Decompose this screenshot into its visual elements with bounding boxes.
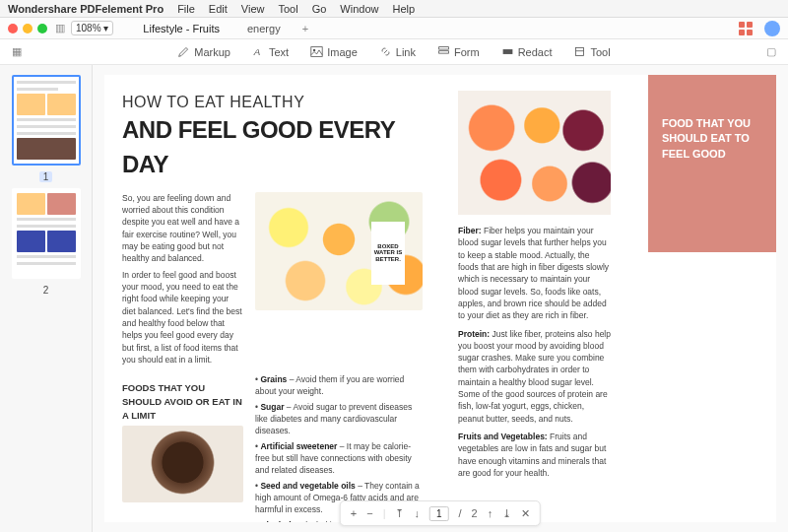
thumbnail-sidebar: 1 2 <box>0 65 93 532</box>
page-number-1: 1 <box>39 171 53 182</box>
close-icon[interactable] <box>8 24 18 33</box>
zoom-in-button[interactable]: + <box>351 507 357 519</box>
tab-energy[interactable]: energy <box>241 21 287 36</box>
add-tab-button[interactable]: + <box>302 23 308 34</box>
menu-file[interactable]: File <box>177 3 195 15</box>
close-pager-button[interactable]: ✕ <box>521 507 530 520</box>
page2-pink-callout: FOOD THAT YOU SHOULD EAT TO FEEL GOOD <box>648 75 776 252</box>
current-page-input[interactable]: 1 <box>429 506 449 521</box>
page-number-2: 2 <box>39 285 53 296</box>
zoom-out-button[interactable]: − <box>366 507 372 519</box>
next-page-button[interactable]: ↑ <box>488 507 493 519</box>
menu-view[interactable]: View <box>241 3 265 15</box>
svg-text:A: A <box>253 46 261 57</box>
bullet-artificial-sweetener: • Artificial sweetener – It may be calor… <box>255 440 423 477</box>
first-page-button[interactable]: ⤒ <box>395 507 404 520</box>
menu-go[interactable]: Go <box>312 3 327 15</box>
coffee-image <box>122 426 243 502</box>
svg-rect-6 <box>576 47 584 55</box>
tool-image[interactable]: Image <box>310 45 358 58</box>
tool-text[interactable]: AText <box>252 45 289 58</box>
menu-edit[interactable]: Edit <box>209 3 228 15</box>
page-navigation-bar: + − | ⤒ ↓ 1 / 2 ↑ ⤓ ✕ <box>340 500 541 526</box>
window-titlebar: ▥ 108% ▾ Lifestyle - Fruits energy + <box>0 18 788 39</box>
menu-help[interactable]: Help <box>392 3 415 15</box>
page1-kicker: HOW TO EAT HEALTHY <box>122 91 423 113</box>
maximize-icon[interactable] <box>37 24 47 33</box>
macos-menubar: Wondershare PDFelement Pro File Edit Vie… <box>0 0 788 18</box>
panel-toggle-icon[interactable]: ▢ <box>766 45 776 58</box>
paragraph-fiber: Fiber: Fiber helps you maintain your blo… <box>458 225 611 322</box>
svg-rect-3 <box>439 47 449 49</box>
document-tabs: Lifestyle - Fruits energy + <box>137 21 308 36</box>
tool-tool[interactable]: Tool <box>573 45 610 58</box>
prev-page-button[interactable]: ↓ <box>414 507 420 519</box>
bullet-grains: • Grains – Avoid them if you are worried… <box>255 373 423 398</box>
paragraph-protein: Protein: Just like fiber, proteins also … <box>458 328 611 426</box>
last-page-button[interactable]: ⤓ <box>502 507 511 520</box>
menu-tool[interactable]: Tool <box>278 3 297 15</box>
page1-intro2: In order to feel good and boost your moo… <box>122 269 243 366</box>
tab-lifestyle-fruits[interactable]: Lifestyle - Fruits <box>137 21 226 36</box>
thumbnails-icon[interactable]: ▦ <box>12 45 22 58</box>
minimize-icon[interactable] <box>23 24 33 33</box>
tool-markup[interactable]: Markup <box>177 45 230 58</box>
page-thumb-2[interactable] <box>12 188 81 279</box>
bullet-sugar: • Sugar – Avoid sugar to prevent disease… <box>255 401 423 437</box>
page1-subhead-avoid: FOODS THAT YOU SHOULD AVOID OR EAT IN A … <box>122 381 243 422</box>
citrus-image: BOXED WATER IS BETTER. <box>255 192 423 310</box>
zoom-select[interactable]: 108% ▾ <box>71 21 113 35</box>
svg-rect-5 <box>502 49 512 54</box>
page1-intro1: So, you are feeling down and worried abo… <box>122 192 243 265</box>
app-name: Wondershare PDFelement Pro <box>8 3 164 15</box>
svg-point-2 <box>313 49 315 51</box>
page1-title: AND FEEL GOOD EVERY DAY <box>122 113 423 182</box>
page-2: FOOD THAT YOU SHOULD EAT TO FEEL GOOD Fi… <box>440 75 776 522</box>
tool-redact[interactable]: Redact <box>501 45 553 58</box>
editor-toolbar: ▦ Markup AText Image Link Form Redact To… <box>0 39 788 65</box>
grapefruit-image <box>458 91 611 215</box>
page-sep: / <box>459 507 462 519</box>
boxed-water-label: BOXED WATER IS BETTER. <box>371 222 405 285</box>
sidebar-toggle-icon[interactable]: ▥ <box>55 22 65 34</box>
svg-rect-4 <box>439 51 449 53</box>
paragraph-fruits-veg: Fruits and Vegetables: Fruits and vegeta… <box>458 431 611 479</box>
page-1: HOW TO EAT HEALTHY AND FEEL GOOD EVERY D… <box>104 75 440 522</box>
user-avatar[interactable] <box>764 21 780 36</box>
tool-form[interactable]: Form <box>437 45 480 58</box>
window-controls <box>8 24 47 33</box>
tool-link[interactable]: Link <box>379 45 416 58</box>
total-pages: 2 <box>472 507 478 519</box>
page-thumb-1[interactable] <box>12 75 81 166</box>
document-viewport[interactable]: HOW TO EAT HEALTHY AND FEEL GOOD EVERY D… <box>93 65 788 532</box>
menu-window[interactable]: Window <box>340 3 378 15</box>
apps-grid-icon[interactable] <box>739 22 753 35</box>
